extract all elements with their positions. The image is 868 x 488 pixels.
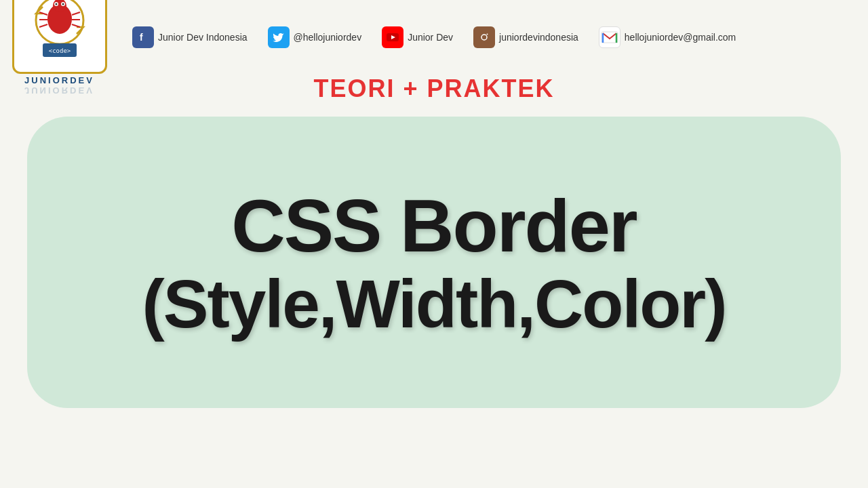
social-item-instagram: juniordevindonesia — [473, 26, 578, 48]
svg-line-12 — [72, 12, 80, 15]
logo-brand-name: JUNIORDEV — [24, 75, 94, 85]
main-content: TEORI + PRAKTEK CSS Border (Style,Width,… — [0, 75, 868, 408]
twitter-icon — [268, 26, 290, 48]
twitter-label: @hellojuniordev — [294, 32, 362, 43]
svg-point-6 — [62, 3, 64, 5]
gmail-label: hellojuniordev@gmail.com — [625, 32, 736, 43]
social-item-facebook: f Junior Dev Indonesia — [132, 26, 248, 48]
social-item-twitter: @hellojuniordev — [268, 26, 362, 48]
youtube-icon — [382, 26, 403, 48]
svg-rect-20 — [479, 32, 490, 43]
svg-point-22 — [487, 34, 488, 35]
social-item-gmail: hellojuniordev@gmail.com — [599, 26, 736, 48]
social-item-youtube: Junior Dev — [382, 26, 453, 48]
facebook-icon: f — [132, 26, 154, 48]
header: <code> JUNIORDEV JUNIORDEV f Junior Dev … — [0, 0, 868, 68]
subtitle: TEORI + PRAKTEK — [313, 75, 554, 103]
svg-point-5 — [55, 3, 57, 5]
instagram-label: juniordevindonesia — [499, 32, 578, 43]
card-title-line2: (Style,Width,Color) — [142, 266, 726, 341]
svg-line-14 — [72, 24, 80, 27]
main-card: CSS Border (Style,Width,Color) — [27, 117, 841, 408]
svg-text:f: f — [140, 32, 143, 43]
logo-container: <code> JUNIORDEV JUNIORDEV — [7, 0, 112, 96]
logo-svg: <code> — [22, 0, 97, 59]
facebook-label: Junior Dev Indonesia — [158, 32, 248, 43]
card-title-line1: CSS Border — [231, 184, 636, 266]
social-bar: f Junior Dev Indonesia @hellojuniordev J… — [112, 26, 854, 48]
svg-text:<code>: <code> — [48, 47, 71, 54]
svg-line-11 — [39, 24, 47, 27]
gmail-icon — [599, 26, 620, 48]
instagram-icon — [473, 26, 495, 48]
logo-box: <code> — [12, 0, 107, 74]
logo-brand-reflection: JUNIORDEV — [24, 85, 94, 96]
youtube-label: Junior Dev — [408, 32, 453, 43]
